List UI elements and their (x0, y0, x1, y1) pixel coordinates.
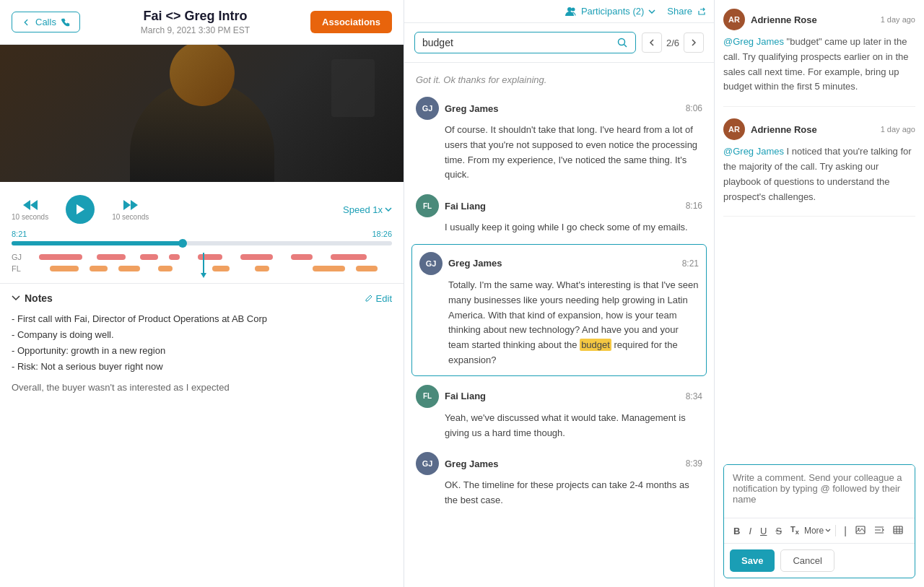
fl-seg6 (255, 266, 269, 271)
link-button[interactable]: | (840, 523, 850, 539)
search-prev-button[interactable] (642, 32, 662, 53)
left-panel: Calls Fai <> Greg Intro March 9, 2021 3:… (0, 0, 404, 587)
share-button[interactable]: Share (667, 6, 705, 17)
italic-button[interactable]: I (745, 523, 755, 539)
calls-button[interactable]: Calls (12, 12, 80, 32)
comment-1-mention: @Greg James (723, 36, 784, 47)
chevron-left-icon (21, 17, 31, 27)
edit-label: Edit (376, 293, 392, 304)
svg-marker-2 (77, 204, 84, 214)
svg-marker-3 (123, 200, 131, 210)
table-button[interactable] (889, 523, 907, 539)
participants-button[interactable]: Participants (2) (565, 6, 655, 17)
current-time: 8:21 (12, 230, 27, 238)
msg-text-1: Of course. It shouldn't take that long. … (416, 123, 702, 183)
clear-format-button[interactable]: Tx (787, 523, 803, 538)
msg-name-2: Fai Liang (445, 201, 486, 212)
forward-icon (123, 199, 139, 212)
share-icon (697, 7, 705, 16)
comment-actions: Save Cancel (724, 543, 915, 578)
forward-button[interactable]: 10 seconds (112, 199, 149, 221)
fl-label: FL (12, 264, 26, 273)
gj-label: GJ (12, 253, 26, 261)
search-total: 6 (674, 38, 679, 48)
more-label: More (804, 526, 824, 536)
rewind-button[interactable]: 10 seconds (12, 199, 48, 221)
gj-seg2 (97, 254, 126, 260)
fl-seg1 (50, 266, 79, 271)
image-button[interactable] (852, 523, 869, 539)
transcript-area: Participants (2) Share (404, 0, 715, 587)
search-input[interactable] (422, 37, 616, 48)
comment-input[interactable] (724, 465, 915, 516)
svg-point-6 (571, 7, 575, 11)
comment-2-time: 1 day ago (881, 125, 915, 134)
search-next-button[interactable] (684, 32, 704, 53)
svg-point-7 (618, 39, 624, 45)
notes-header: Notes Edit (12, 292, 392, 304)
msg-text-3: Totally. I'm the same way. What's intere… (419, 278, 699, 368)
msg-text-2: I usually keep it going while I go check… (416, 220, 702, 235)
msg-header-3: GJ Greg James 8:21 (419, 252, 699, 275)
gj-seg8 (331, 254, 367, 260)
playback-controls-area: 10 seconds 10 seconds Speed 1x (0, 182, 404, 230)
speaker-fl-row: FL (12, 264, 392, 273)
strikethrough-button[interactable]: S (772, 523, 785, 539)
participants-icon (565, 6, 577, 17)
comment-2-avatar: AR (723, 118, 745, 140)
svg-point-5 (567, 7, 572, 12)
svg-marker-0 (23, 200, 30, 210)
msg-time-1: 8:06 (686, 103, 702, 113)
svg-marker-4 (131, 200, 138, 210)
calls-label: Calls (35, 17, 56, 27)
phone-icon (61, 17, 71, 27)
message-3-highlighted: GJ Greg James 8:21 Totally. I'm the same… (411, 244, 707, 376)
save-button[interactable]: Save (730, 549, 775, 572)
search-icon (616, 37, 628, 48)
msg-header-1: GJ Greg James 8:06 (416, 97, 702, 120)
progress-track[interactable] (12, 241, 392, 245)
rewind-label: 10 seconds (12, 213, 48, 221)
call-title-area: Fai <> Greg Intro March 9, 2021 3:30 PM … (80, 9, 310, 35)
comment-1-text: @Greg James "budget" came up later in th… (723, 35, 915, 95)
system-message: Got it. Ok thanks for explaining. (404, 69, 714, 91)
comment-2-header: AR Adrienne Rose 1 day ago (723, 118, 915, 140)
indent-button[interactable] (871, 523, 888, 539)
call-title: Fai <> Greg Intro (80, 9, 310, 24)
note-item-3: - Opportunity: growth in a new region (12, 343, 392, 359)
time-display: 8:21 18:26 (12, 230, 392, 238)
cancel-button[interactable]: Cancel (780, 549, 834, 572)
fl-seg3 (118, 266, 140, 271)
msg-time-4: 8:34 (686, 391, 702, 401)
progress-thumb (178, 239, 187, 248)
fl-seg4 (158, 266, 173, 271)
chevron-down-icon (648, 9, 655, 14)
speed-label: Speed 1x (343, 204, 383, 215)
comment-toolbar: B I U S Tx More | (724, 518, 915, 543)
svg-rect-10 (894, 526, 902, 534)
highlighted-word: budget (580, 339, 611, 351)
underline-button[interactable]: U (757, 523, 770, 539)
svg-marker-1 (30, 200, 38, 210)
msg-time-5: 8:39 (686, 458, 702, 469)
notes-section: Notes Edit - First call with Fai, Direct… (0, 283, 404, 587)
note-item-1: - First call with Fai, Director of Produ… (12, 311, 392, 327)
edit-icon (365, 294, 373, 303)
bold-button[interactable]: B (730, 523, 744, 539)
play-button[interactable] (66, 195, 95, 224)
gj-seg3 (140, 254, 158, 260)
comment-2: AR Adrienne Rose 1 day ago @Greg James I… (723, 118, 915, 217)
edit-button[interactable]: Edit (365, 293, 392, 304)
msg-header-4: FL Fai Liang 8:34 (416, 385, 702, 408)
gj-track (32, 254, 392, 260)
gj-seg4 (169, 254, 180, 260)
notes-label: Notes (25, 292, 53, 304)
msg-name-3: Greg James (448, 258, 502, 269)
avatar-fl-1: FL (416, 194, 439, 217)
more-button[interactable]: More (804, 526, 831, 536)
svg-point-9 (858, 528, 859, 529)
search-nav: 2/6 (642, 32, 704, 53)
speed-button[interactable]: Speed 1x (343, 204, 392, 215)
associations-button[interactable]: Associations (310, 11, 392, 33)
notes-title[interactable]: Notes (12, 292, 53, 304)
